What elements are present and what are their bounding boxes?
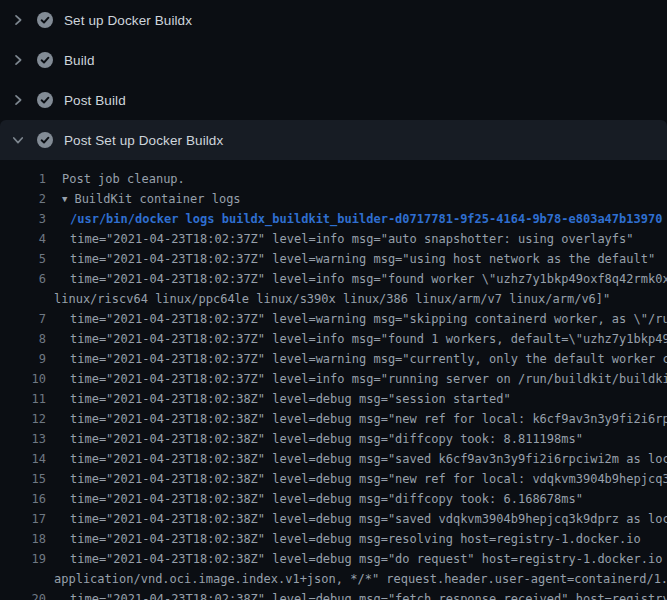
log-text: time="2021-04-23T18:02:37Z" level=info m… — [46, 329, 667, 349]
log-text: time="2021-04-23T18:02:38Z" level=debug … — [46, 409, 667, 429]
log-line: 16time="2021-04-23T18:02:38Z" level=debu… — [0, 489, 667, 509]
line-number[interactable]: 18 — [0, 529, 46, 549]
log-line: 6time="2021-04-23T18:02:37Z" level=info … — [0, 269, 667, 289]
step-header-set-up-docker-buildx[interactable]: Set up Docker Buildx — [0, 0, 667, 40]
line-number — [0, 569, 46, 589]
line-number[interactable]: 12 — [0, 409, 46, 429]
log-text: time="2021-04-23T18:02:37Z" level=warnin… — [46, 249, 655, 269]
step-title: Post Set up Docker Buildx — [64, 133, 223, 148]
log-text: time="2021-04-23T18:02:38Z" level=debug … — [46, 529, 641, 549]
chevron-down-icon — [12, 134, 24, 146]
step-title: Build — [64, 53, 95, 68]
line-number[interactable]: 7 — [0, 309, 46, 329]
chevron-right-icon — [12, 54, 24, 66]
log-text: time="2021-04-23T18:02:38Z" level=debug … — [46, 429, 583, 449]
log-text: time="2021-04-23T18:02:37Z" level=warnin… — [46, 349, 667, 369]
log-text: time="2021-04-23T18:02:37Z" level=info m… — [46, 229, 634, 249]
log-line: 1Post job cleanup. — [0, 169, 667, 189]
log-text: time="2021-04-23T18:02:38Z" level=debug … — [46, 469, 667, 489]
line-number[interactable]: 13 — [0, 429, 46, 449]
step-header-build[interactable]: Build — [0, 40, 667, 80]
log-line: 5time="2021-04-23T18:02:37Z" level=warni… — [0, 249, 667, 269]
log-line: 12time="2021-04-23T18:02:38Z" level=debu… — [0, 409, 667, 429]
log-line: 10time="2021-04-23T18:02:37Z" level=info… — [0, 369, 667, 389]
workflow-log-viewer: Set up Docker BuildxBuildPost BuildPost … — [0, 0, 667, 600]
line-number[interactable]: 3 — [0, 209, 46, 229]
log-line: 8time="2021-04-23T18:02:37Z" level=info … — [0, 329, 667, 349]
log-line-continuation: linux/riscv64 linux/ppc64le linux/s390x … — [0, 289, 667, 309]
log-text: time="2021-04-23T18:02:38Z" level=debug … — [46, 489, 583, 509]
log-text: application/vnd.oci.image.index.v1+json,… — [46, 569, 667, 589]
log-line: 14time="2021-04-23T18:02:38Z" level=debu… — [0, 449, 667, 469]
log-line: 13time="2021-04-23T18:02:38Z" level=debu… — [0, 429, 667, 449]
log-line: 2▼BuildKit container logs — [0, 189, 667, 209]
step-title: Set up Docker Buildx — [64, 13, 192, 28]
log-group-toggle[interactable]: ▼BuildKit container logs — [46, 189, 241, 209]
log-text: time="2021-04-23T18:02:38Z" level=debug … — [46, 589, 667, 600]
line-number[interactable]: 20 — [0, 589, 46, 600]
line-number[interactable]: 5 — [0, 249, 46, 269]
log-line: 18time="2021-04-23T18:02:38Z" level=debu… — [0, 529, 667, 549]
log-line: 7time="2021-04-23T18:02:37Z" level=warni… — [0, 309, 667, 329]
log-text: time="2021-04-23T18:02:38Z" level=debug … — [46, 509, 667, 529]
log-line: 17time="2021-04-23T18:02:38Z" level=debu… — [0, 509, 667, 529]
log-text: time="2021-04-23T18:02:37Z" level=info m… — [46, 369, 667, 389]
log-line: 11time="2021-04-23T18:02:38Z" level=debu… — [0, 389, 667, 409]
check-circle-icon — [37, 52, 53, 68]
step-header-post-build[interactable]: Post Build — [0, 80, 667, 120]
line-number[interactable]: 11 — [0, 389, 46, 409]
log-area: 1Post job cleanup.2▼BuildKit container l… — [0, 160, 667, 600]
log-line: 3/usr/bin/docker logs buildx_buildkit_bu… — [0, 209, 667, 229]
log-text: Post job cleanup. — [46, 169, 185, 189]
log-text: time="2021-04-23T18:02:38Z" level=debug … — [46, 549, 667, 569]
log-text: time="2021-04-23T18:02:37Z" level=info m… — [46, 269, 667, 289]
log-text: time="2021-04-23T18:02:37Z" level=warnin… — [46, 309, 667, 329]
line-number[interactable]: 10 — [0, 369, 46, 389]
step-list: Set up Docker BuildxBuildPost BuildPost … — [0, 0, 667, 160]
log-line: 9time="2021-04-23T18:02:37Z" level=warni… — [0, 349, 667, 369]
line-number[interactable]: 14 — [0, 449, 46, 469]
step-header-post-set-up-docker-buildx[interactable]: Post Set up Docker Buildx — [0, 120, 667, 160]
line-number[interactable]: 9 — [0, 349, 46, 369]
log-command-text: /usr/bin/docker logs buildx_buildkit_bui… — [46, 209, 662, 229]
collapse-triangle-icon: ▼ — [62, 189, 67, 209]
log-line: 15time="2021-04-23T18:02:38Z" level=debu… — [0, 469, 667, 489]
log-line: 4time="2021-04-23T18:02:37Z" level=info … — [0, 229, 667, 249]
line-number[interactable]: 1 — [0, 169, 46, 189]
log-text: linux/riscv64 linux/ppc64le linux/s390x … — [46, 289, 610, 309]
line-number[interactable]: 17 — [0, 509, 46, 529]
line-number[interactable]: 19 — [0, 549, 46, 569]
line-number[interactable]: 4 — [0, 229, 46, 249]
check-circle-icon — [37, 132, 53, 148]
log-line: 19time="2021-04-23T18:02:38Z" level=debu… — [0, 549, 667, 569]
line-number[interactable]: 15 — [0, 469, 46, 489]
check-circle-icon — [37, 12, 53, 28]
chevron-right-icon — [12, 94, 24, 106]
check-circle-icon — [37, 92, 53, 108]
log-text: time="2021-04-23T18:02:38Z" level=debug … — [46, 389, 511, 409]
line-number — [0, 289, 46, 309]
line-number[interactable]: 8 — [0, 329, 46, 349]
log-line: 20time="2021-04-23T18:02:38Z" level=debu… — [0, 589, 667, 600]
line-number[interactable]: 6 — [0, 269, 46, 289]
log-text: time="2021-04-23T18:02:38Z" level=debug … — [46, 449, 667, 469]
line-number[interactable]: 2 — [0, 189, 46, 209]
chevron-right-icon — [12, 14, 24, 26]
step-title: Post Build — [64, 93, 126, 108]
log-line-continuation: application/vnd.oci.image.index.v1+json,… — [0, 569, 667, 589]
line-number[interactable]: 16 — [0, 489, 46, 509]
